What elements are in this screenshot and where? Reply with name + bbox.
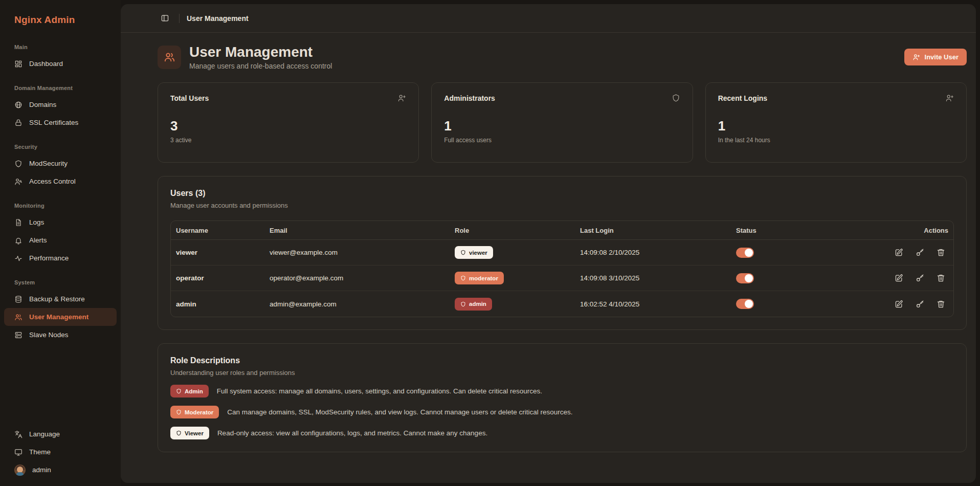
sidebar-item-domains[interactable]: Domains bbox=[4, 96, 117, 114]
user-plus-icon bbox=[397, 94, 406, 102]
page-icon-box bbox=[158, 46, 181, 69]
nav-section-security: Security ModSecurity Access Control bbox=[4, 144, 117, 190]
cell-email: viewer@example.com bbox=[270, 249, 455, 256]
language-button[interactable]: Language bbox=[4, 425, 117, 443]
stats-row: Total Users 3 3 active Administrators 1 … bbox=[158, 82, 967, 163]
shield-icon bbox=[460, 250, 466, 255]
theme-label: Theme bbox=[29, 448, 51, 456]
sidebar-item-label: Access Control bbox=[29, 178, 76, 185]
avatar bbox=[14, 465, 26, 476]
sidebar-item-backup-restore[interactable]: Backup & Restore bbox=[4, 290, 117, 308]
cell-actions bbox=[872, 300, 948, 308]
languages-icon bbox=[14, 430, 23, 438]
role-description-text: Full system access: manage all domains, … bbox=[217, 387, 542, 395]
status-toggle[interactable] bbox=[736, 299, 754, 309]
reset-password-button[interactable] bbox=[916, 274, 924, 282]
edit-icon bbox=[895, 248, 903, 257]
sidebar-item-performance[interactable]: Performance bbox=[4, 249, 117, 267]
shield-icon bbox=[460, 301, 466, 307]
table-row: admin admin@example.com admin 16:02:52 4… bbox=[171, 291, 953, 317]
sidebar-item-label: User Management bbox=[29, 313, 88, 321]
page-title: User Management bbox=[189, 44, 332, 60]
shield-icon bbox=[176, 430, 182, 436]
col-email: Email bbox=[270, 227, 455, 234]
bell-icon bbox=[14, 236, 23, 245]
table-row: viewer viewer@example.com viewer 14:09:0… bbox=[171, 240, 953, 266]
shield-icon bbox=[176, 388, 182, 394]
cell-last-login: 14:09:08 3/10/2025 bbox=[580, 274, 736, 282]
col-actions: Actions bbox=[872, 227, 948, 234]
users-panel-subtitle: Manage user accounts and permissions bbox=[170, 202, 954, 209]
cell-username: admin bbox=[176, 300, 270, 308]
panel-left-icon bbox=[161, 14, 169, 23]
cell-status bbox=[736, 273, 872, 283]
status-toggle[interactable] bbox=[736, 248, 754, 258]
delete-user-button[interactable] bbox=[937, 300, 945, 308]
cell-email: operator@example.com bbox=[270, 274, 455, 282]
sidebar-footer: Language Theme admin bbox=[0, 425, 121, 479]
invite-user-button[interactable]: Invite User bbox=[904, 49, 967, 65]
role-badge-viewer: viewer bbox=[455, 246, 493, 259]
role-description-admin: Admin Full system access: manage all dom… bbox=[170, 385, 954, 397]
delete-user-button[interactable] bbox=[937, 274, 945, 282]
edit-user-button[interactable] bbox=[895, 300, 903, 308]
sidebar-item-label: Performance bbox=[29, 254, 69, 262]
nav-section-label: Security bbox=[4, 144, 117, 150]
delete-user-button[interactable] bbox=[937, 248, 945, 257]
stat-card-recent-logins: Recent Logins 1 In the last 24 hours bbox=[705, 82, 967, 163]
nav-section-label: Main bbox=[4, 44, 117, 50]
stat-value: 3 bbox=[170, 118, 406, 134]
reset-password-button[interactable] bbox=[916, 248, 924, 257]
database-icon bbox=[14, 295, 23, 303]
trash-icon bbox=[937, 300, 945, 308]
cell-email: admin@example.com bbox=[270, 300, 455, 308]
shield-icon bbox=[460, 275, 466, 281]
edit-user-button[interactable] bbox=[895, 248, 903, 257]
sidebar-item-logs[interactable]: Logs bbox=[4, 213, 117, 231]
sidebar-item-dashboard[interactable]: Dashboard bbox=[4, 55, 117, 73]
topbar: User Management bbox=[121, 4, 976, 33]
sidebar-item-ssl-certificates[interactable]: SSL Certificates bbox=[4, 114, 117, 131]
activity-icon bbox=[14, 254, 23, 262]
role-badge-viewer: Viewer bbox=[170, 427, 209, 439]
cell-last-login: 14:09:08 2/10/2025 bbox=[580, 249, 736, 256]
cell-status bbox=[736, 248, 872, 258]
role-descriptions-panel: Role Descriptions Understanding user rol… bbox=[158, 343, 967, 452]
col-username: Username bbox=[176, 227, 270, 234]
role-description-viewer: Viewer Read-only access: view all config… bbox=[170, 427, 954, 439]
cell-username: operator bbox=[176, 274, 270, 282]
role-description-moderator: Moderator Can manage domains, SSL, ModSe… bbox=[170, 406, 954, 418]
role-badge-admin: admin bbox=[455, 298, 492, 311]
stat-card-total-users: Total Users 3 3 active bbox=[158, 82, 419, 163]
user-plus-icon bbox=[912, 53, 920, 61]
stat-value: 1 bbox=[718, 118, 954, 134]
cell-last-login: 16:02:52 4/10/2025 bbox=[580, 300, 736, 308]
role-badge-moderator: Moderator bbox=[170, 406, 219, 418]
stat-caption: 3 active bbox=[170, 137, 406, 144]
status-toggle[interactable] bbox=[736, 273, 754, 283]
page-subtitle: Manage users and role-based access contr… bbox=[189, 62, 332, 70]
sidebar-item-user-management[interactable]: User Management bbox=[4, 308, 117, 326]
sidebar-item-label: Domains bbox=[29, 101, 56, 108]
user-key-icon bbox=[14, 178, 23, 186]
sidebar-toggle-button[interactable] bbox=[158, 11, 172, 26]
username-label: admin bbox=[32, 466, 51, 474]
edit-user-button[interactable] bbox=[895, 274, 903, 282]
sidebar-item-modsecurity[interactable]: ModSecurity bbox=[4, 154, 117, 172]
sidebar-item-access-control[interactable]: Access Control bbox=[4, 172, 117, 190]
sidebar-item-alerts[interactable]: Alerts bbox=[4, 231, 117, 249]
shield-icon bbox=[176, 409, 182, 415]
cell-actions bbox=[872, 274, 948, 282]
users-table: Username Email Role Last Login Status Ac… bbox=[170, 220, 954, 317]
page-header: User Management Manage users and role-ba… bbox=[158, 44, 967, 70]
sidebar-nav: Main Dashboard Domain Management Domains… bbox=[0, 44, 121, 356]
reset-password-button[interactable] bbox=[916, 300, 924, 308]
page-content: User Management Manage users and role-ba… bbox=[121, 33, 976, 452]
dashboard-icon bbox=[14, 60, 23, 68]
nav-section-monitoring: Monitoring Logs Alerts Performance bbox=[4, 203, 117, 267]
theme-button[interactable]: Theme bbox=[4, 443, 117, 461]
sidebar-item-slave-nodes[interactable]: Slave Nodes bbox=[4, 326, 117, 344]
stat-card-administrators: Administrators 1 Full access users bbox=[431, 82, 693, 163]
sidebar-item-label: SSL Certificates bbox=[29, 119, 78, 126]
user-menu[interactable]: admin bbox=[4, 461, 117, 479]
